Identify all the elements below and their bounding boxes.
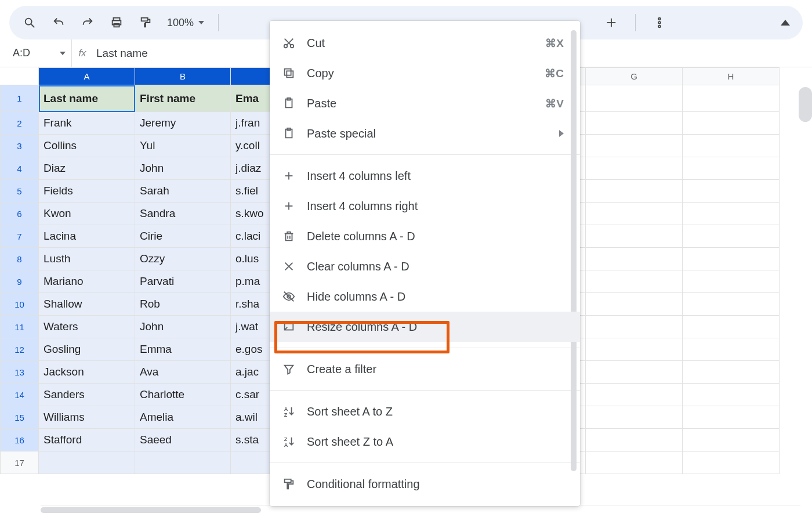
menu-sort-za[interactable]: ZA Sort sheet Z to A — [270, 427, 580, 457]
cell[interactable]: Emma — [135, 338, 231, 361]
print-icon[interactable] — [109, 15, 124, 30]
cell[interactable] — [683, 338, 780, 361]
menu-delete-cols[interactable]: Delete columns A - D — [270, 221, 580, 251]
cell[interactable] — [135, 451, 231, 474]
cell[interactable]: Shallow — [39, 293, 135, 316]
cell[interactable] — [586, 361, 683, 384]
cell[interactable]: c.laci — [231, 225, 276, 248]
cell[interactable] — [586, 248, 683, 270]
cell[interactable]: Jeremy — [135, 112, 231, 135]
row-header[interactable]: 5 — [1, 180, 39, 203]
cell[interactable]: Amelia — [135, 406, 231, 429]
row-header[interactable]: 4 — [1, 157, 39, 180]
row-header[interactable]: 14 — [1, 384, 39, 406]
row-header[interactable]: 7 — [1, 225, 39, 248]
cell[interactable]: Parvati — [135, 270, 231, 293]
cell[interactable] — [586, 338, 683, 361]
cell[interactable]: Stafford — [39, 429, 135, 451]
redo-icon[interactable] — [80, 15, 95, 30]
cell[interactable] — [683, 85, 780, 112]
col-header-C[interactable] — [231, 68, 276, 85]
menu-sort-az[interactable]: AZ Sort sheet A to Z — [270, 396, 580, 427]
cell[interactable]: j.fran — [231, 112, 276, 135]
cell[interactable]: o.lus — [231, 248, 276, 270]
cell[interactable]: Saeed — [135, 429, 231, 451]
menu-paste-special[interactable]: Paste special — [270, 118, 580, 149]
cell[interactable]: First name — [135, 85, 231, 112]
cell[interactable]: Kwon — [39, 203, 135, 225]
cell[interactable]: y.coll — [231, 135, 276, 157]
zoom-select[interactable]: 100% — [167, 17, 204, 29]
col-header-G[interactable]: G — [586, 68, 683, 85]
cell[interactable]: Lusth — [39, 248, 135, 270]
cell[interactable] — [683, 451, 780, 474]
cell[interactable] — [683, 293, 780, 316]
cell[interactable] — [683, 157, 780, 180]
undo-icon[interactable] — [51, 15, 66, 30]
cell[interactable] — [586, 225, 683, 248]
cell[interactable] — [683, 361, 780, 384]
cell[interactable]: Ozzy — [135, 248, 231, 270]
menu-clear-cols[interactable]: Clear columns A - D — [270, 251, 580, 281]
cell[interactable]: Rob — [135, 293, 231, 316]
col-header-H[interactable]: H — [683, 68, 780, 85]
cell[interactable] — [683, 384, 780, 406]
menu-hide-cols[interactable]: Hide columns A - D — [270, 281, 580, 312]
paint-format-icon[interactable] — [138, 15, 153, 30]
horizontal-scrollbar[interactable] — [41, 505, 800, 514]
row-header[interactable]: 12 — [1, 338, 39, 361]
menu-insert-right[interactable]: Insert 4 columns right — [270, 191, 580, 221]
row-header[interactable]: 11 — [1, 316, 39, 338]
cell[interactable] — [683, 406, 780, 429]
row-header[interactable]: 8 — [1, 248, 39, 270]
search-icon[interactable] — [22, 15, 37, 30]
cell[interactable]: p.ma — [231, 270, 276, 293]
row-header[interactable]: 3 — [1, 135, 39, 157]
menu-copy[interactable]: Copy ⌘C — [270, 58, 580, 88]
cell[interactable] — [586, 270, 683, 293]
cell[interactable]: Charlotte — [135, 384, 231, 406]
name-box[interactable]: A:D — [3, 39, 72, 67]
cell[interactable]: Ava — [135, 361, 231, 384]
cell[interactable]: Sanders — [39, 384, 135, 406]
cell[interactable] — [586, 112, 683, 135]
cell[interactable] — [683, 112, 780, 135]
cell[interactable] — [683, 429, 780, 451]
row-header[interactable]: 15 — [1, 406, 39, 429]
row-header[interactable]: 17 — [1, 451, 39, 474]
cell[interactable]: r.sha — [231, 293, 276, 316]
cell[interactable] — [586, 203, 683, 225]
cell[interactable]: s.sta — [231, 429, 276, 451]
cell[interactable] — [586, 451, 683, 474]
cell[interactable]: a.wil — [231, 406, 276, 429]
cell[interactable] — [231, 451, 276, 474]
cell[interactable] — [39, 451, 135, 474]
cell[interactable] — [586, 293, 683, 316]
cell[interactable] — [683, 225, 780, 248]
cell[interactable]: j.wat — [231, 316, 276, 338]
cell[interactable]: Sarah — [135, 180, 231, 203]
cell[interactable]: Cirie — [135, 225, 231, 248]
menu-create-filter[interactable]: Create a filter — [270, 354, 580, 384]
row-header[interactable]: 10 — [1, 293, 39, 316]
cell[interactable]: Yul — [135, 135, 231, 157]
cell[interactable]: Lacina — [39, 225, 135, 248]
cell[interactable]: Fields — [39, 180, 135, 203]
cell[interactable]: j.diaz — [231, 157, 276, 180]
cell[interactable]: Collins — [39, 135, 135, 157]
cell[interactable]: Mariano — [39, 270, 135, 293]
cell[interactable] — [586, 429, 683, 451]
row-header[interactable]: 1 — [1, 85, 39, 112]
cell[interactable] — [586, 406, 683, 429]
cell[interactable]: Sandra — [135, 203, 231, 225]
cell[interactable] — [586, 85, 683, 112]
cell[interactable]: Diaz — [39, 157, 135, 180]
cell[interactable] — [586, 135, 683, 157]
cell[interactable]: Waters — [39, 316, 135, 338]
cell[interactable]: Last name — [39, 85, 135, 112]
cell[interactable]: c.sar — [231, 384, 276, 406]
col-header-B[interactable]: B — [135, 68, 231, 85]
cell[interactable]: John — [135, 316, 231, 338]
cell[interactable] — [683, 316, 780, 338]
more-vert-icon[interactable] — [652, 15, 667, 30]
